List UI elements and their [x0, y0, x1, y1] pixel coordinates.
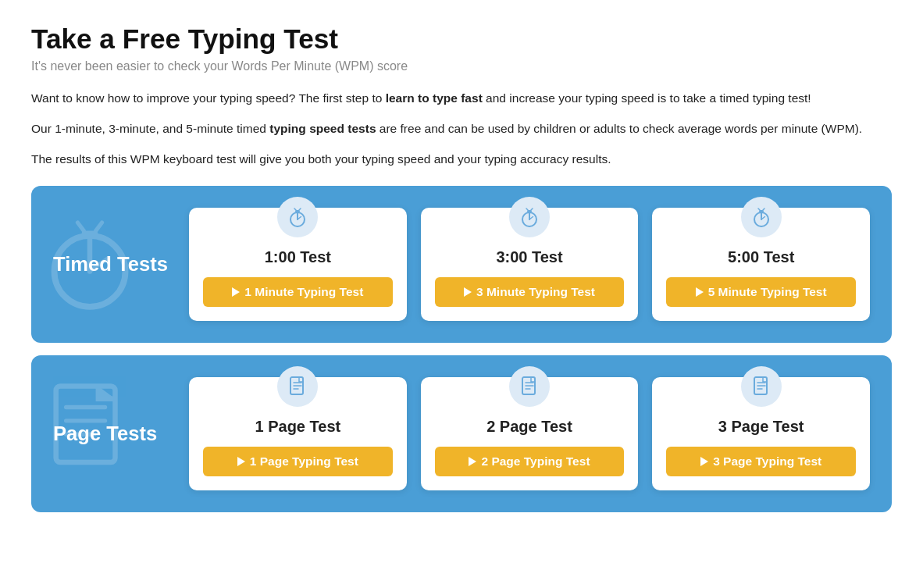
page-card-1-button[interactable]: 1 Page Typing Test [203, 447, 393, 476]
svg-line-4 [77, 223, 84, 230]
stopwatch-icon-1 [277, 197, 318, 237]
timed-tests-label: Timed Tests [53, 253, 170, 276]
timed-card-3-button[interactable]: 5 Minute Typing Test [666, 277, 856, 307]
timed-card-1: 1:00 Test 1 Minute Typing Test [189, 208, 407, 321]
timed-cards-row: 1:00 Test 1 Minute Typing Test 3:00 Test [189, 208, 870, 321]
page-card-3: 3 Page Test 3 Page Typing Test [652, 377, 870, 490]
page-tests-label: Page Tests [53, 422, 170, 445]
page-card-3-button[interactable]: 3 Page Typing Test [666, 447, 856, 476]
stopwatch-icon-2 [509, 197, 550, 237]
page-card-1-button-label: 1 Page Typing Test [250, 454, 358, 469]
page-title: Take a Free Typing Test [31, 23, 892, 55]
timed-tests-section: Timed Tests 1:00 Test 1 Minute Typing Te… [31, 186, 892, 343]
page-icon-1 [277, 366, 318, 407]
svg-line-17 [531, 208, 533, 210]
description-3: The results of this WPM keyboard test wi… [31, 150, 892, 169]
timed-card-2-button[interactable]: 3 Minute Typing Test [435, 277, 625, 307]
play-icon-4 [237, 457, 245, 466]
timed-card-3-button-label: 5 Minute Typing Test [708, 285, 827, 299]
play-icon-6 [700, 457, 708, 466]
page-card-1: 1 Page Test 1 Page Typing Test [189, 377, 407, 490]
page-card-3-title: 3 Page Test [718, 418, 804, 436]
description-1: Want to know how to improve your typing … [31, 89, 892, 109]
play-icon-3 [696, 287, 704, 297]
page-icon-2 [509, 366, 550, 407]
description-2: Our 1-minute, 3-minute, and 5-minute tim… [31, 119, 892, 139]
page-card-2-title: 2 Page Test [486, 418, 572, 436]
page-subtitle: It's never been easier to check your Wor… [31, 59, 892, 73]
timed-card-2-title: 3:00 Test [496, 248, 562, 266]
page-icon-3 [741, 366, 782, 407]
svg-line-11 [299, 208, 301, 210]
page-card-2-button-label: 2 Page Typing Test [481, 454, 590, 469]
play-icon-1 [232, 287, 240, 297]
play-icon-2 [464, 287, 472, 297]
svg-line-16 [526, 208, 528, 210]
timed-card-1-button[interactable]: 1 Minute Typing Test [203, 277, 393, 307]
page-tests-section: Page Tests 1 Page Test 1 Page Typing Tes… [31, 355, 892, 512]
timed-card-2-button-label: 3 Minute Typing Test [476, 285, 595, 299]
stopwatch-icon-3 [741, 197, 782, 237]
page-card-3-button-label: 3 Page Typing Test [713, 454, 821, 469]
svg-line-10 [294, 208, 296, 210]
page-cards-row: 1 Page Test 1 Page Typing Test 2 Page Te… [189, 377, 870, 490]
page-card-2-button[interactable]: 2 Page Typing Test [435, 447, 625, 476]
timed-card-2: 3:00 Test 3 Minute Typing Test [421, 208, 639, 321]
timed-card-1-button-label: 1 Minute Typing Test [244, 285, 363, 299]
page-card-2: 2 Page Test 2 Page Typing Test [421, 377, 639, 490]
svg-line-22 [758, 208, 760, 210]
timed-card-3: 5:00 Test 5 Minute Typing Test [652, 208, 870, 321]
play-icon-5 [469, 457, 476, 466]
svg-line-23 [763, 208, 764, 210]
page-card-1-title: 1 Page Test [255, 418, 340, 436]
timed-card-3-title: 5:00 Test [728, 248, 794, 266]
svg-line-5 [96, 223, 102, 230]
timed-card-1-title: 1:00 Test [265, 248, 331, 266]
